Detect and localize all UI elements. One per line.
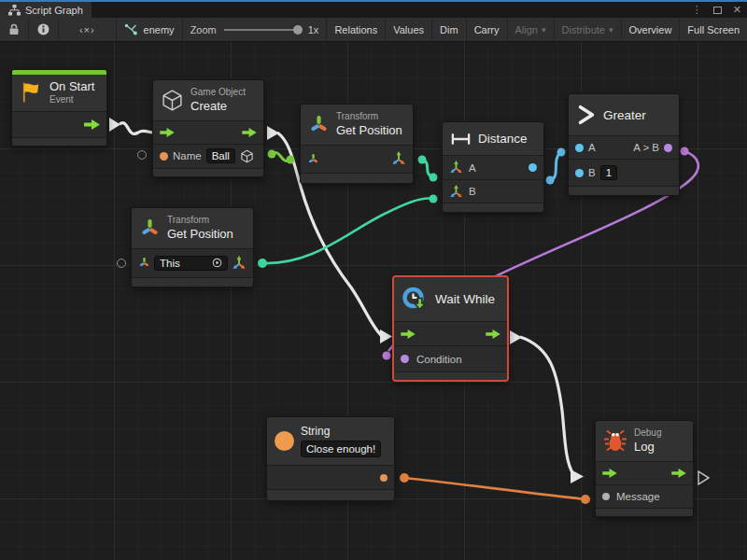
toolbar-button-overview[interactable]: Overview [622,18,681,41]
input-port-b[interactable] [575,169,584,177]
node-header: Transform Get Position [301,105,413,145]
transform-icon [308,114,330,135]
unconnected-ring-create-name[interactable] [137,150,147,160]
zoom-slider-handle[interactable] [293,25,303,35]
node-greater[interactable]: Greater A A > B B 1 [568,93,680,196]
flow-output-port[interactable] [242,128,257,137]
lock-icon [8,23,20,35]
node-header: Game Object Create [153,80,263,120]
result-label: A > B [633,142,659,153]
zoom-slider[interactable] [224,29,301,31]
window-close-button[interactable]: ✕ [733,4,741,16]
target-field[interactable]: This [154,256,228,271]
wait-clock-icon [402,286,429,313]
node-title: Get Position [336,123,402,138]
flow-input-port[interactable] [401,329,416,339]
object-picker-icon[interactable] [212,258,222,268]
vector-input-port-b[interactable] [449,185,463,199]
unconnected-flow-triangle[interactable] [698,471,709,484]
game-object-output-port[interactable] [240,149,254,163]
position-output-port[interactable] [232,256,247,271]
node-get-position-b[interactable]: Transform Get Position This [131,207,254,287]
flag-icon [20,81,43,104]
bug-icon [603,429,627,453]
condition-label: Condition [416,354,462,365]
tab-script-graph[interactable]: Script Graph [0,2,92,18]
node-footer [301,173,413,183]
name-field[interactable]: Ball [206,148,235,163]
graph-reference-label: enemy [144,24,175,35]
node-header: Transform Get Position [132,208,253,248]
node-title: Get Position [167,227,233,242]
transform-input-port[interactable] [307,153,319,165]
toolbar-button-values[interactable]: Values [386,18,432,41]
node-title: Create [190,99,246,114]
toolbar-button-carry[interactable]: Carry [467,18,508,41]
code-icon: ‹×› [79,24,95,35]
transform-input-port[interactable] [138,257,150,269]
unconnected-ring-getposition-target[interactable] [117,259,126,268]
string-output-port[interactable] [380,474,388,482]
node-title: Log [634,440,661,455]
toolbar-button-dim[interactable]: Dim [432,18,467,41]
node-get-position-a[interactable]: Transform Get Position [300,104,414,184]
connection-waitwhile-debuglog[interactable] [510,330,584,483]
connection-getposition-distance-a[interactable] [418,156,438,182]
target-field-value: This [160,258,180,269]
button-label: Values [393,24,424,35]
message-label: Message [616,491,660,502]
toolbar-button-align: Align▾ [508,18,555,41]
node-on-start[interactable]: On Start Event [11,69,107,147]
connection-string-debuglog[interactable] [400,473,590,504]
node-title: Distance [478,132,528,146]
node-footer [132,277,253,287]
flow-output-port[interactable] [486,329,500,339]
window-maximize-button[interactable] [713,7,722,14]
node-wait-while[interactable]: Wait While Condition [392,275,509,382]
zoom-label: Zoom [190,24,217,35]
node-category: Debug [634,427,661,440]
toolbar-button-relations[interactable]: Relations [327,18,386,41]
chevron-down-icon: ▾ [542,25,546,35]
button-label: Relations [334,24,377,35]
node-debug-log[interactable]: Debug Log Message [595,420,694,517]
flow-output-port[interactable] [671,469,686,478]
input-port-a[interactable] [575,144,584,152]
greater-icon [576,105,597,125]
node-title: On Start [49,79,94,94]
node-distance[interactable]: Distance A B [442,121,544,213]
graph-reference[interactable]: enemy [117,18,183,41]
result-output-port[interactable] [664,144,672,152]
node-string[interactable]: String Close enough! [266,416,395,501]
distance-output-port[interactable] [529,163,537,172]
vector-input-port-a[interactable] [449,161,463,175]
node-create[interactable]: Game Object Create Name Ball [152,79,264,177]
connection-distance-greater[interactable] [546,148,566,185]
chevron-down-icon: ▾ [609,25,613,35]
code-view-button[interactable]: ‹×› [59,18,117,41]
connection-getposition-distance-b[interactable] [258,195,438,269]
name-input-port[interactable] [160,152,168,161]
node-title: Wait While [435,292,495,306]
distance-icon [450,133,472,146]
zoom-control: Zoom 1x [183,18,328,41]
message-input-port[interactable] [602,493,610,500]
info-button[interactable] [29,18,59,41]
flow-input-port[interactable] [160,128,175,137]
connection-onstart-create[interactable] [109,118,153,133]
node-header: String Close enough! [267,417,394,465]
node-footer [12,137,106,146]
button-label: Dim [440,24,458,35]
node-footer [267,489,394,500]
flow-input-port[interactable] [602,469,617,478]
position-output-port[interactable] [391,151,406,166]
condition-input-port[interactable] [401,355,409,363]
string-value-field[interactable]: Close enough! [301,441,381,457]
b-value-field[interactable]: 1 [600,165,617,180]
port-label-a: A [588,142,596,153]
window-menu-button[interactable]: ⋮ [692,4,702,16]
flow-output-port[interactable] [84,119,100,130]
node-category: Game Object [190,87,246,99]
toolbar-button-fullscreen[interactable]: Full Screen [680,18,747,41]
lock-button[interactable] [0,18,29,41]
